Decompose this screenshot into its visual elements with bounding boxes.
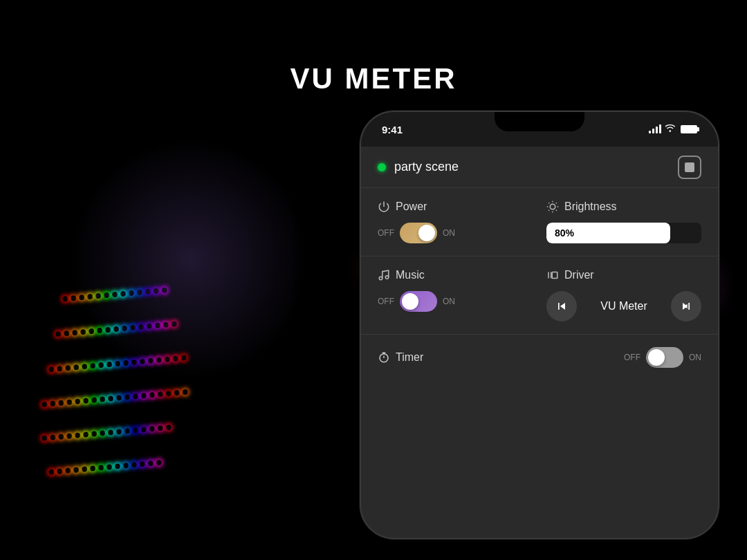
power-label: Power (378, 200, 533, 213)
driver-current-name: VU Meter (600, 300, 647, 312)
timer-toggle[interactable] (646, 347, 683, 368)
driver-prev-button[interactable] (546, 291, 577, 321)
power-brightness-section: Power OFF ON (361, 188, 718, 256)
music-driver-row: Music OFF ON (378, 269, 701, 321)
timer-section: Timer OFF ON (361, 335, 718, 380)
status-time: 9:41 (382, 124, 403, 136)
driver-column: Driver VU Meter (533, 269, 701, 321)
timer-icon (378, 351, 390, 364)
music-column: Music OFF ON (378, 269, 533, 321)
timer-off-label: OFF (624, 353, 640, 362)
controls-row: Power OFF ON (378, 200, 701, 243)
next-icon (679, 299, 693, 313)
stop-icon (685, 162, 694, 172)
music-label-text: Music (396, 269, 425, 281)
power-toggle[interactable] (400, 223, 437, 243)
driver-label-text: Driver (564, 269, 594, 281)
music-toggle-row: OFF ON (378, 291, 533, 312)
brightness-label-text: Brightness (564, 200, 617, 213)
driver-label: Driver (546, 269, 701, 281)
driver-icon (546, 269, 559, 281)
scene-name-text: party scene (394, 160, 459, 174)
brightness-label: Brightness (546, 200, 701, 213)
power-on-label: ON (443, 228, 455, 238)
scene-name-container: party scene (378, 160, 459, 174)
driver-next-button[interactable] (671, 291, 701, 321)
led-decoration (42, 173, 387, 519)
svg-line-4 (556, 210, 557, 211)
svg-point-9 (379, 277, 382, 280)
brightness-value-text: 80% (555, 227, 574, 239)
power-off-label: OFF (378, 228, 394, 238)
power-column: Power OFF ON (378, 200, 533, 243)
svg-line-8 (556, 203, 557, 203)
svg-line-3 (548, 203, 549, 203)
brightness-icon (546, 200, 559, 213)
svg-point-0 (550, 204, 555, 209)
power-icon (378, 200, 390, 213)
brightness-slider[interactable]: 80% (546, 223, 701, 243)
signal-icon (649, 125, 661, 133)
svg-point-10 (385, 276, 389, 279)
battery-icon (681, 125, 697, 133)
music-toggle[interactable] (400, 291, 437, 312)
timer-label-text: Timer (396, 351, 423, 364)
scene-header: party scene (361, 147, 718, 188)
timer-label: Timer (378, 351, 423, 364)
music-driver-section: Music OFF ON (361, 256, 718, 335)
svg-line-7 (548, 210, 549, 211)
status-bar: 9:41 (361, 112, 718, 147)
power-toggle-row: OFF ON (378, 223, 533, 243)
phone-frame: 9:41 (360, 111, 719, 539)
music-toggle-knob (402, 293, 418, 310)
vu-meter-controls: VU Meter (546, 291, 701, 321)
power-toggle-knob (418, 225, 435, 241)
music-label: Music (378, 269, 533, 281)
music-off-label: OFF (378, 297, 394, 306)
scene-active-dot (378, 163, 386, 171)
music-icon (378, 269, 390, 281)
svg-rect-13 (552, 272, 557, 279)
phone-mockup: 9:41 (360, 111, 719, 539)
timer-toggle-knob (648, 349, 665, 366)
phone-notch (495, 112, 584, 131)
wifi-icon (665, 124, 676, 135)
music-on-label: ON (443, 297, 455, 306)
timer-on-label: ON (689, 353, 701, 362)
page-title: VU METER (0, 62, 747, 95)
brightness-column: Brightness 80% (533, 200, 701, 243)
timer-toggle-row: OFF ON (624, 347, 701, 368)
stop-button[interactable] (678, 156, 701, 179)
phone-app-content: party scene Power (361, 147, 718, 538)
status-icons (649, 124, 697, 135)
prev-icon (555, 299, 569, 313)
power-label-text: Power (396, 200, 427, 213)
